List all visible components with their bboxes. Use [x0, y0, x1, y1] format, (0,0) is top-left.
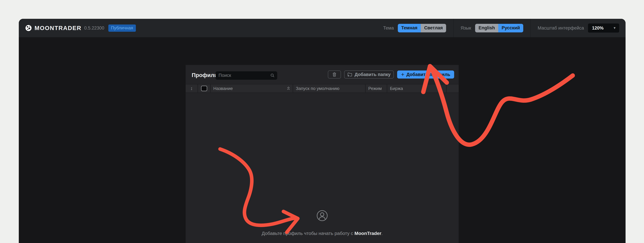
empty-state-message: Добавьте профиль чтобы начать работу с M…	[186, 231, 459, 236]
profiles-table-header: ↕ Название Запуск по умолчанию	[186, 84, 459, 93]
add-profile-button[interactable]: + Добавить профиль	[397, 71, 454, 79]
header-divider	[530, 19, 531, 37]
app-header-bar: MOONTRADER 0.5.22300 Публичная Тема Темн…	[19, 19, 626, 37]
column-header-empty	[424, 84, 446, 92]
column-reorder-header[interactable]: ↕	[186, 84, 198, 92]
select-all-checkbox[interactable]	[201, 86, 207, 91]
add-profile-label: Добавить профиль	[406, 72, 450, 77]
app-header-controls: Тема Темная Светлая Язык English Русский…	[383, 19, 626, 37]
main-area: Профили	[19, 37, 626, 243]
trash-icon	[332, 72, 337, 77]
page: MOONTRADER 0.5.22300 Публичная Тема Темн…	[0, 0, 644, 243]
sort-rows-icon: ↕	[190, 86, 193, 91]
language-english-button[interactable]: English	[475, 24, 498, 32]
plus-icon: +	[401, 72, 404, 77]
header-divider	[453, 19, 454, 37]
brand-name: MOONTRADER	[34, 25, 82, 31]
ui-scale-label: Масштаб интерфейса	[538, 26, 584, 31]
language-label: Язык	[460, 26, 471, 31]
ui-scale-dropdown[interactable]: 120% ▼	[588, 24, 619, 33]
ui-scale-value: 120%	[592, 26, 604, 31]
column-header-name-label: Название	[213, 86, 233, 91]
delete-button[interactable]	[328, 71, 341, 79]
empty-message-prefix: Добавьте профиль чтобы начать работу с	[262, 231, 354, 236]
column-header-exchange-label: Биржа	[390, 86, 403, 91]
search-box	[216, 71, 277, 80]
theme-light-button[interactable]: Светлая	[421, 24, 446, 32]
build-channel-badge: Публичная	[108, 25, 136, 32]
add-folder-button[interactable]: Добавить папку	[344, 71, 394, 79]
profiles-panel: Профили	[186, 65, 459, 243]
column-header-default-launch-label: Запуск по умолчанию	[296, 86, 340, 91]
add-folder-icon	[347, 72, 352, 77]
column-select-header	[198, 84, 210, 92]
panel-title: Профили	[192, 72, 218, 78]
add-folder-label: Добавить папку	[354, 72, 390, 77]
column-header-empty	[446, 84, 459, 92]
language-russian-button[interactable]: Русский	[498, 24, 523, 32]
empty-message-suffix: .	[381, 231, 383, 236]
brand-block: MOONTRADER 0.5.22300 Публичная	[25, 25, 136, 32]
theme-dark-button[interactable]: Темная	[398, 24, 421, 32]
search-input[interactable]	[216, 71, 277, 80]
column-header-default-launch[interactable]: Запуск по умолчанию	[293, 84, 365, 92]
column-header-name[interactable]: Название	[211, 84, 293, 92]
column-header-exchange[interactable]: Биржа	[387, 84, 424, 92]
app-window: MOONTRADER 0.5.22300 Публичная Тема Темн…	[19, 19, 626, 243]
theme-label: Тема	[383, 26, 394, 31]
column-header-mode-label: Режим	[368, 86, 382, 91]
profile-person-icon	[316, 210, 328, 221]
sort-ascending-icon	[286, 86, 290, 91]
column-header-mode[interactable]: Режим	[366, 84, 387, 92]
app-version: 0.5.22300	[84, 26, 104, 31]
language-switcher: English Русский	[475, 24, 523, 32]
empty-message-brand: MoonTrader	[354, 231, 381, 236]
theme-switcher: Темная Светлая	[398, 24, 446, 32]
moon-logo-icon	[25, 25, 32, 31]
chevron-down-icon: ▼	[613, 26, 616, 30]
